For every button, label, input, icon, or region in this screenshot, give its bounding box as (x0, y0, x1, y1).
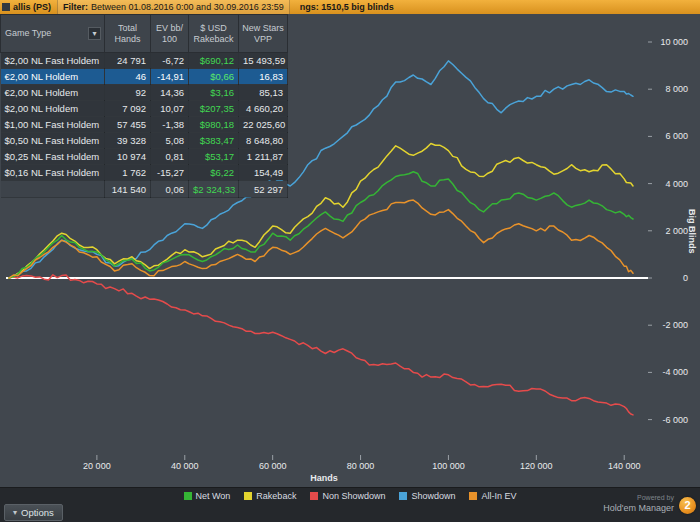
powered-by-text: Powered by (603, 492, 674, 503)
cell-vpp[interactable]: 1 211,87 (239, 149, 288, 165)
y-axis-title: Big Blinds (687, 209, 697, 254)
legend-label: All-In EV (481, 491, 516, 501)
cell-vpp[interactable]: 16,83 (239, 69, 288, 85)
x-tick-label: 120 000 (511, 460, 561, 472)
y-tick-label: 2 000 (646, 225, 688, 237)
cell-game-type[interactable]: $0,50 NL Fast Holdem (1, 133, 105, 149)
table-header-row: Game Type ▾ Total Hands EV bb/ 100 $ USD… (1, 15, 288, 53)
cell-rakeback[interactable]: $0,66 (189, 69, 239, 85)
x-axis-title: Hands (0, 473, 648, 483)
table-row[interactable]: $2,00 NL Fast Holdem24 791-6,72$690,1215… (1, 53, 288, 69)
cell-game-type[interactable]: $1,00 NL Fast Holdem (1, 117, 105, 133)
cell-vpp[interactable]: 22 025,60 (239, 117, 288, 133)
game-type-table: Game Type ▾ Total Hands EV bb/ 100 $ USD… (0, 14, 288, 198)
series-line-all-in-ev (9, 200, 633, 278)
cell-rakeback[interactable]: $6,22 (189, 165, 239, 181)
cell-total-hands[interactable]: 1 762 (105, 165, 151, 181)
cell-ev[interactable]: -14,91 (151, 69, 189, 85)
window-icon (2, 3, 10, 11)
cell-vpp[interactable]: 85,13 (239, 85, 288, 101)
table-row[interactable]: €2,00 NL Holdem9214,36$3,1685,13 (1, 85, 288, 101)
legend-label: Showdown (411, 491, 455, 501)
column-header-ev-bb100[interactable]: EV bb/ 100 (151, 15, 189, 53)
bottom-bar: Net WonRakebackNon ShowdownShowdownAll-I… (0, 487, 700, 522)
filter-range: Between 01.08.2016 0:00 and 30.09.2016 2… (91, 2, 284, 12)
cell-vpp[interactable]: 8 648,80 (239, 133, 288, 149)
cell-rakeback[interactable]: $3,16 (189, 85, 239, 101)
brand-text: Hold'em Manager (603, 503, 674, 514)
summary-total-hands: 141 540 (105, 181, 151, 198)
cell-total-hands[interactable]: 10 974 (105, 149, 151, 165)
table-row[interactable]: €2,00 NL Holdem46-14,91$0,6616,83 (1, 69, 288, 85)
filter-summary[interactable]: Filter: Between 01.08.2016 0:00 and 30.0… (57, 0, 290, 14)
legend-item: Rakeback (244, 491, 296, 501)
cell-game-type[interactable]: $2,00 NL Fast Holdem (1, 53, 105, 69)
options-label: Options (21, 507, 54, 518)
game-type-filter-button[interactable]: ▾ (88, 27, 101, 40)
legend-item: Net Won (184, 491, 231, 501)
x-tick-label: 140 000 (599, 460, 649, 472)
cell-rakeback[interactable]: $53,17 (189, 149, 239, 165)
y-tick-label: 6 000 (646, 130, 688, 142)
cell-ev[interactable]: 14,36 (151, 85, 189, 101)
cell-game-type[interactable]: €2,00 NL Holdem (1, 69, 105, 85)
cell-total-hands[interactable]: 39 328 (105, 133, 151, 149)
cell-rakeback[interactable]: $207,35 (189, 101, 239, 117)
legend-item: All-In EV (469, 491, 516, 501)
x-tick-label: 40 000 (160, 460, 210, 472)
y-tick-label: -2 000 (646, 319, 688, 331)
cell-ev[interactable]: -6,72 (151, 53, 189, 69)
y-tick-label: -6 000 (646, 414, 688, 426)
cell-total-hands[interactable]: 92 (105, 85, 151, 101)
series-line-non-showdown (9, 275, 633, 415)
table-row[interactable]: $2,00 NL Holdem7 09210,07$207,354 660,20 (1, 101, 288, 117)
table-row[interactable]: $1,00 NL Fast Holdem57 455-1,38$980,1822… (1, 117, 288, 133)
cell-vpp[interactable]: 154,49 (239, 165, 288, 181)
cell-ev[interactable]: -15,27 (151, 165, 189, 181)
cell-rakeback[interactable]: $383,47 (189, 133, 239, 149)
summary-vpp: 52 297 (239, 181, 288, 198)
y-tick-label: 4 000 (646, 178, 688, 190)
x-tick-label: 100 000 (423, 460, 473, 472)
cell-total-hands[interactable]: 7 092 (105, 101, 151, 117)
legend-swatch (469, 492, 477, 500)
powered-by: Powered by Hold'em Manager (603, 492, 674, 514)
cell-ev[interactable]: 10,07 (151, 101, 189, 117)
cell-ev[interactable]: 5,08 (151, 133, 189, 149)
x-tick-label: 20 000 (72, 460, 122, 472)
summary-ev: 0,06 (151, 181, 189, 198)
cell-vpp[interactable]: 4 660,20 (239, 101, 288, 117)
legend-label: Rakeback (256, 491, 296, 501)
table-row[interactable]: $0,50 NL Fast Holdem39 3285,08$383,478 6… (1, 133, 288, 149)
table-row[interactable]: $0,25 NL Fast Holdem10 9740,81$53,171 21… (1, 149, 288, 165)
y-tick-label: -4 000 (646, 366, 688, 378)
legend-swatch (184, 492, 192, 500)
cell-total-hands[interactable]: 46 (105, 69, 151, 85)
column-header-usd-rakeback[interactable]: $ USD Rakeback (189, 15, 239, 53)
cell-game-type[interactable]: $0,25 NL Fast Holdem (1, 149, 105, 165)
options-button[interactable]: ▾ Options (4, 504, 63, 521)
cell-total-hands[interactable]: 57 455 (105, 117, 151, 133)
cell-rakeback[interactable]: $980,18 (189, 117, 239, 133)
cell-rakeback[interactable]: $690,12 (189, 53, 239, 69)
session-title: allis (PS) (13, 2, 51, 12)
cell-ev[interactable]: 0,81 (151, 149, 189, 165)
game-type-label: Game Type (5, 28, 51, 38)
table-row[interactable]: $0,16 NL Fast Holdem1 762-15,27$6,22154,… (1, 165, 288, 181)
legend-item: Non Showdown (310, 491, 385, 501)
cell-game-type[interactable]: $0,16 NL Fast Holdem (1, 165, 105, 181)
column-header-new-stars-vpp[interactable]: New Stars VPP (239, 15, 288, 53)
results-graph: 10 0008 0006 0004 0002 0000-2 000-4 000-… (0, 14, 700, 487)
cell-total-hands[interactable]: 24 791 (105, 53, 151, 69)
legend-swatch (310, 492, 318, 500)
cell-game-type[interactable]: $2,00 NL Holdem (1, 101, 105, 117)
cell-ev[interactable]: -1,38 (151, 117, 189, 133)
cell-vpp[interactable]: 15 493,59 (239, 53, 288, 69)
legend-label: Non Showdown (322, 491, 385, 501)
chart-legend: Net WonRakebackNon ShowdownShowdownAll-I… (0, 491, 700, 501)
legend-item: Showdown (399, 491, 455, 501)
column-header-total-hands[interactable]: Total Hands (105, 15, 151, 53)
column-header-game-type[interactable]: Game Type ▾ (1, 15, 105, 53)
x-tick-label: 60 000 (248, 460, 298, 472)
cell-game-type[interactable]: €2,00 NL Holdem (1, 85, 105, 101)
